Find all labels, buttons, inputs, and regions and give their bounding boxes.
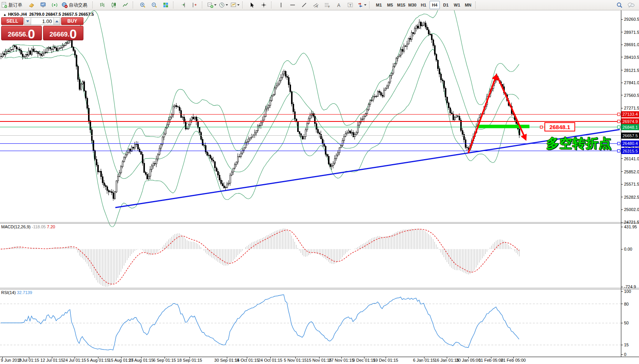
- svg-text:24 Jul 01:15: 24 Jul 01:15: [63, 358, 86, 362]
- price-callout-label[interactable]: 26848.1: [544, 122, 575, 131]
- turning-point-annotation[interactable]: 多空转折点: [546, 135, 612, 152]
- search-button[interactable]: [614, 1, 625, 9]
- candlesticks: [0, 19, 520, 200]
- fibonacci-tool[interactable]: F: [321, 1, 333, 9]
- depth-of-market-button[interactable]: [26, 1, 37, 9]
- vertical-line-tool[interactable]: [275, 1, 287, 9]
- svg-text:27841.0: 27841.0: [624, 80, 639, 85]
- periods-dropdown-caret[interactable]: [226, 4, 228, 6]
- timeframe-m1[interactable]: M1: [374, 1, 384, 9]
- line-chart-type-button[interactable]: [120, 1, 131, 9]
- crosshair-icon: [261, 2, 267, 8]
- svg-text:E: E: [316, 5, 318, 8]
- equidistant-channel-tool[interactable]: E: [310, 1, 321, 9]
- timeframe-h4[interactable]: H4: [429, 1, 440, 9]
- shapes-dropdown-caret[interactable]: [364, 4, 366, 6]
- zoom-in-icon: [140, 2, 146, 8]
- signals-icon: [52, 2, 58, 8]
- svg-text:5 Nov 01:15: 5 Nov 01:15: [284, 358, 306, 362]
- zoom-out-button[interactable]: [148, 1, 160, 9]
- timeframe-w1[interactable]: W1: [452, 1, 462, 9]
- chart-shift-button[interactable]: [189, 1, 200, 9]
- svg-text:6 Jan 01:15: 6 Jan 01:15: [413, 358, 435, 362]
- candle-chart-type-icon: [111, 2, 117, 8]
- timeframe-m5[interactable]: M5: [385, 1, 395, 9]
- svg-text:26657.5: 26657.5: [622, 133, 638, 138]
- buy-price-box[interactable]: 26669.0: [43, 26, 84, 40]
- cursor-icon: [249, 2, 255, 8]
- macd-value: -118.05: [32, 224, 46, 229]
- svg-text:T: T: [349, 3, 352, 7]
- crosshair-tool-button[interactable]: [258, 1, 270, 9]
- toolbar-separator: [475, 2, 478, 8]
- indicators-dropdown-caret[interactable]: [214, 4, 216, 6]
- timeframe-m30[interactable]: M30: [407, 1, 418, 9]
- svg-text:24721.5: 24721.5: [624, 220, 639, 224]
- signals-button[interactable]: [49, 1, 60, 9]
- svg-text:14 Oct 01:15: 14 Oct 01:15: [235, 358, 259, 362]
- channel-icon: E: [313, 2, 319, 8]
- text-label-tool[interactable]: T: [344, 1, 356, 9]
- toolbar-right-group: [614, 1, 639, 9]
- symbol-triangle-icon: ▲: [3, 13, 7, 17]
- timeframe-d1[interactable]: D1: [441, 1, 451, 9]
- svg-text:25571.5: 25571.5: [624, 182, 639, 186]
- timeframe-mn[interactable]: MN: [463, 1, 473, 9]
- volume-stepper: 1.00: [24, 17, 60, 25]
- chat-button[interactable]: [625, 1, 637, 9]
- horizontal-line-icon: [290, 2, 296, 8]
- macd-label: MACD(12,26,9) -118.05 7.20: [1, 224, 55, 229]
- auto-scroll-icon: [180, 2, 186, 8]
- text-label-icon: T: [347, 2, 353, 8]
- callout-anchor-marker: [540, 126, 542, 128]
- periods-button[interactable]: [218, 1, 229, 9]
- indicators-button[interactable]: [206, 1, 218, 9]
- horizontal-line-tool[interactable]: [287, 1, 298, 9]
- trendline-tool[interactable]: [298, 1, 310, 9]
- toolbar-separator: [242, 2, 245, 8]
- sell-price-box[interactable]: 26656.0: [1, 26, 42, 40]
- shapes-tool[interactable]: [356, 1, 368, 9]
- fibonacci-icon: F: [324, 2, 330, 8]
- indicators-icon: [207, 2, 213, 8]
- volume-increase-button[interactable]: [53, 18, 60, 25]
- templates-button[interactable]: [229, 1, 241, 9]
- algo-trading-button[interactable]: 自动交易: [60, 1, 91, 9]
- timeframe-m15[interactable]: M15: [396, 1, 406, 9]
- svg-text:27 Nov 01:15: 27 Nov 01:15: [329, 358, 354, 362]
- chart-title: ▲HK50-,H4 26799.0 26847.5 26657.5 26657.…: [3, 12, 94, 17]
- timeframe-h1[interactable]: H1: [418, 1, 429, 9]
- svg-text:28410.5: 28410.5: [624, 55, 639, 60]
- buy-button[interactable]: BUY: [61, 17, 83, 25]
- svg-text:26141.0: 26141.0: [624, 156, 639, 161]
- tile-windows-button[interactable]: [160, 1, 171, 9]
- auto-scroll-button[interactable]: [177, 1, 189, 9]
- cursor-tool-button[interactable]: [246, 1, 258, 9]
- svg-text:2 Jul 01:15: 2 Jul 01:15: [18, 358, 39, 362]
- sell-button[interactable]: SELL: [1, 17, 23, 25]
- metaeditor-button[interactable]: [37, 1, 49, 9]
- svg-text:A: A: [337, 3, 340, 8]
- bar-chart-type-button[interactable]: [97, 1, 108, 9]
- volume-input[interactable]: 1.00: [31, 18, 53, 25]
- templates-dropdown-caret[interactable]: [237, 4, 240, 6]
- svg-text:25852.0: 25852.0: [624, 170, 639, 174]
- svg-text:26848.1: 26848.1: [622, 125, 638, 130]
- volume-decrease-button[interactable]: [25, 18, 31, 25]
- text-tool[interactable]: A: [333, 1, 344, 9]
- zoom-in-button[interactable]: [137, 1, 148, 9]
- svg-text:27560.5: 27560.5: [624, 93, 639, 98]
- svg-text:6 Sep 01:15: 6 Sep 01:15: [153, 358, 176, 362]
- algo-trading-label: 自动交易: [68, 2, 90, 8]
- depth-of-market-icon: [28, 2, 35, 8]
- chart-canvas[interactable]: 29260.528971.528691.028410.528121.527841…: [0, 0, 639, 364]
- tile-windows-icon: [163, 2, 169, 8]
- candle-chart-type-button[interactable]: [108, 1, 120, 9]
- svg-text:26315.5: 26315.5: [622, 149, 638, 153]
- chart-shift-icon: [191, 2, 198, 8]
- rsi-indicator: [0, 295, 621, 350]
- svg-text:F: F: [328, 5, 330, 8]
- new-order-button[interactable]: 新订单: [0, 1, 26, 9]
- support-trendline[interactable]: [115, 130, 620, 208]
- new-order-icon: [1, 2, 7, 8]
